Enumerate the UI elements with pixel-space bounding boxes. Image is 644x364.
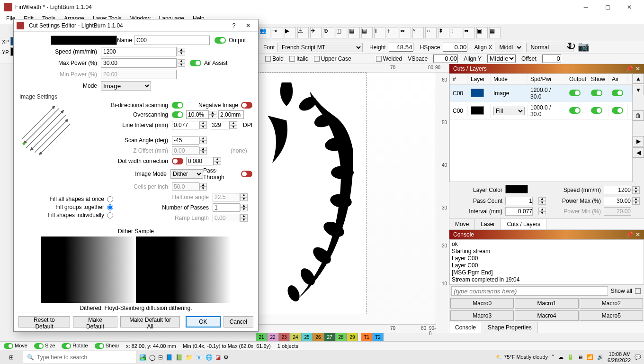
start-button[interactable]: ⊞ bbox=[3, 351, 20, 364]
taskbar-icon[interactable]: ⚙ bbox=[224, 354, 229, 361]
taskbar-icon[interactable]: 🌐 bbox=[206, 354, 213, 361]
palette-swatch[interactable]: 29 bbox=[347, 333, 358, 341]
camera-icon[interactable]: 📷 bbox=[578, 41, 590, 52]
fill-individual-radio[interactable] bbox=[107, 212, 113, 218]
macro-button[interactable]: Macro5 bbox=[580, 310, 643, 321]
alignx-select[interactable]: Middle bbox=[495, 43, 523, 52]
interval-input[interactable] bbox=[505, 207, 533, 216]
pass-through-toggle[interactable] bbox=[241, 171, 252, 177]
palette-swatch[interactable]: 24 bbox=[290, 333, 301, 341]
palette-swatch[interactable]: 23 bbox=[278, 333, 290, 341]
overscan-pct-input[interactable] bbox=[186, 110, 209, 119]
negative-image-toggle[interactable] bbox=[241, 102, 252, 109]
aligny-select[interactable]: Middle bbox=[487, 54, 516, 63]
taskbar-icon[interactable]: ⊟ bbox=[158, 354, 163, 361]
close-button[interactable]: ✕ bbox=[618, 0, 640, 14]
ok-button[interactable]: OK bbox=[186, 316, 220, 328]
pin-icon[interactable]: 📌 bbox=[626, 231, 633, 238]
palette-swatch[interactable]: 21 bbox=[256, 333, 267, 341]
height-input[interactable] bbox=[389, 43, 413, 52]
scan-angle-input[interactable] bbox=[172, 136, 199, 145]
taskbar-clock[interactable]: 10:08 AM6/28/2022 bbox=[608, 351, 631, 363]
overscan-mm-input[interactable] bbox=[218, 110, 244, 119]
passcount-input[interactable] bbox=[505, 197, 533, 205]
toolbar-icon[interactable]: ⚠ bbox=[297, 27, 309, 38]
maxpower-input[interactable] bbox=[101, 58, 177, 68]
toolbar-icon[interactable]: ⫵ bbox=[387, 27, 398, 38]
offset-input[interactable] bbox=[542, 54, 561, 63]
toolbar-icon[interactable]: ⊕ bbox=[323, 27, 334, 38]
toolbar-icon[interactable]: ⇔ bbox=[400, 27, 411, 38]
refresh-icon[interactable]: ↻ bbox=[567, 40, 576, 53]
make-default-all-button[interactable]: Make Default for All bbox=[120, 316, 180, 328]
layer-color-swatch[interactable] bbox=[505, 185, 528, 193]
dpi-input[interactable] bbox=[210, 121, 230, 129]
powermax-input[interactable] bbox=[604, 197, 631, 205]
mode-select[interactable]: Fill bbox=[493, 107, 525, 115]
taskbar-icon[interactable]: 🏞️ bbox=[139, 354, 146, 361]
taskbar-search[interactable]: 🔍 Type here to search bbox=[23, 351, 136, 364]
image-mode-select[interactable]: Dither bbox=[170, 169, 203, 179]
move-layer-down-button[interactable]: ▼ bbox=[633, 85, 644, 95]
toolbar-icon[interactable]: ↕ bbox=[451, 27, 462, 38]
palette-swatch[interactable]: 25 bbox=[301, 333, 313, 341]
toolbar-icon[interactable]: ⬌ bbox=[464, 27, 475, 38]
expand-right-button[interactable]: ▶ bbox=[633, 136, 644, 146]
tab-laser[interactable]: Laser bbox=[475, 219, 501, 229]
toolbar-icon[interactable]: ◫ bbox=[336, 27, 347, 38]
macro-button[interactable]: Macro4 bbox=[515, 310, 578, 321]
toolbar-icon[interactable]: ▶ bbox=[285, 27, 296, 38]
speed-input[interactable] bbox=[101, 47, 177, 56]
macro-button[interactable]: Macro0 bbox=[450, 298, 514, 309]
cuts-layers-header[interactable]: Cuts / Layers 📌 ✕ bbox=[449, 64, 644, 73]
uppercase-checkbox[interactable] bbox=[314, 56, 320, 62]
collapse-left-button[interactable]: ◀ bbox=[633, 147, 644, 158]
toolbar-icon[interactable]: ⫯ bbox=[412, 27, 424, 38]
taskbar-icon[interactable]: 📧 bbox=[196, 354, 203, 361]
taskbar-icon[interactable]: 📗 bbox=[176, 354, 183, 361]
tray-icon[interactable]: 🖥 bbox=[578, 355, 583, 360]
bidirectional-toggle[interactable] bbox=[172, 102, 183, 109]
tray-icon[interactable]: 📶 bbox=[587, 354, 593, 360]
weather-widget[interactable]: ⛅ 75°F Mostly cloudy bbox=[496, 354, 548, 360]
layer-color-preview[interactable] bbox=[51, 36, 117, 45]
move-layer-up-button[interactable]: ▲ bbox=[633, 73, 644, 84]
toolbar-icon[interactable]: ▦ bbox=[349, 27, 360, 38]
dialog-close-button[interactable]: ✕ bbox=[241, 22, 255, 29]
tray-icon[interactable]: ☁ bbox=[558, 354, 564, 360]
num-passes-input[interactable] bbox=[213, 203, 240, 212]
show-toggle[interactable] bbox=[591, 90, 602, 96]
font-select[interactable]: French Script MT bbox=[277, 43, 363, 52]
air-assist-toggle[interactable] bbox=[190, 60, 201, 66]
fill-all-radio[interactable] bbox=[107, 196, 113, 202]
console-input[interactable] bbox=[451, 286, 608, 296]
minimize-button[interactable]: ─ bbox=[575, 0, 597, 14]
make-default-button[interactable]: Make Default bbox=[73, 316, 117, 328]
toolbar-icon[interactable]: ⇥ bbox=[272, 27, 283, 38]
hspace-input[interactable] bbox=[443, 43, 467, 52]
line-interval-input[interactable] bbox=[172, 121, 199, 129]
layer-row[interactable]: C00 Fill 1000.0 / 30.0 bbox=[450, 102, 632, 120]
canvas[interactable] bbox=[258, 73, 436, 324]
toolbar-icon[interactable]: 👥 bbox=[259, 27, 270, 38]
taskbar-icon[interactable]: 📁 bbox=[186, 354, 193, 361]
tray-icon[interactable]: 🔋 bbox=[567, 354, 574, 360]
toolbar-icon[interactable]: ▤ bbox=[361, 27, 373, 38]
dialog-titlebar[interactable]: Cut Settings Editor - LightBurn 1.1.04 ?… bbox=[14, 19, 258, 32]
overscan-toggle[interactable] bbox=[172, 111, 183, 118]
palette-swatch[interactable]: 22 bbox=[267, 333, 278, 341]
palette-swatch[interactable]: 28 bbox=[335, 333, 347, 341]
close-panel-icon[interactable]: ✕ bbox=[635, 231, 640, 238]
tab-move[interactable]: Move bbox=[449, 219, 475, 229]
toolbar-icon[interactable]: ⬍ bbox=[438, 27, 449, 38]
tab-cuts-layers[interactable]: Cuts / Layers bbox=[501, 219, 546, 229]
tab-console[interactable]: Console bbox=[449, 322, 482, 333]
speed-input[interactable] bbox=[604, 186, 631, 194]
console-output[interactable]: ok Starting stream Layer C00 Layer C00 [… bbox=[449, 239, 644, 285]
console-header[interactable]: Console 📌 ✕ bbox=[449, 230, 644, 239]
layer-row[interactable]: C00 Image 1200.0 / 30.0 bbox=[450, 85, 632, 102]
output-toggle[interactable] bbox=[569, 90, 581, 96]
welded-checkbox[interactable] bbox=[376, 56, 382, 62]
cancel-button[interactable]: Cancel bbox=[224, 316, 253, 328]
toolbar-icon[interactable]: ✈ bbox=[310, 27, 322, 38]
